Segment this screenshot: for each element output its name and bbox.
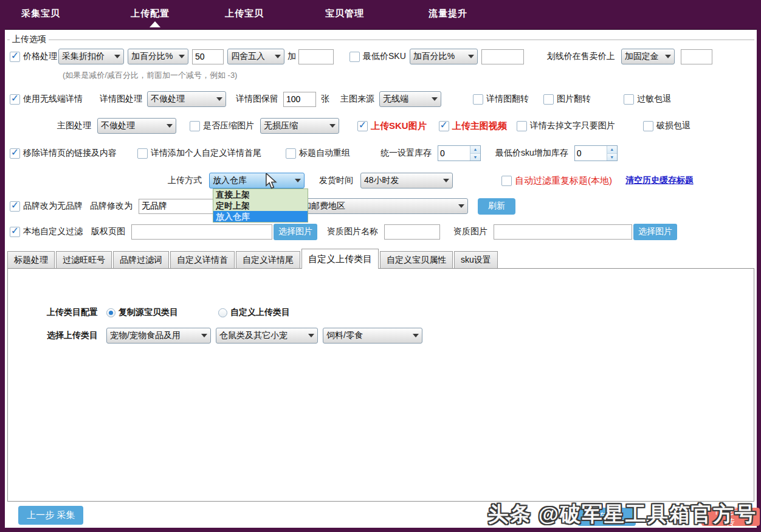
chevron-down-icon [329, 124, 336, 128]
pick-copyright-img-button[interactable]: 选择图片 [274, 224, 317, 240]
title-rebuild-label: 标题自动重组 [299, 148, 350, 159]
stepper-arrows-icon[interactable]: ▲▼ [470, 146, 480, 161]
chevron-down-icon [275, 55, 281, 58]
stock-row: 移除详情页的链接及内容 详情添加个人自定义详情首尾 标题自动重组 统一设置库存 … [10, 145, 753, 162]
hint-row: (如果是减价/减百分比，前面加一个减号，例如 -3) [63, 67, 753, 84]
strike-price-input[interactable] [681, 49, 712, 64]
price-method-dropdown[interactable]: 加百分比% [128, 49, 188, 64]
category-tab-panel: 上传类目配置 复制源宝贝类目 自定义上传类目 选择上传类目 宠物/宠物食品及用 … [7, 268, 754, 502]
lowest-sku-checkbox[interactable] [350, 52, 360, 62]
stock-set-label: 统一设置库存 [380, 148, 432, 159]
option-scheduled-list[interactable]: 定时上架 [213, 200, 308, 211]
custom-detail-label: 详情添加个人自定义详情首尾 [151, 148, 261, 159]
upload-video-checkbox[interactable] [439, 121, 449, 131]
stock-input[interactable] [438, 146, 470, 161]
wireless-detail-checkbox[interactable] [10, 94, 20, 105]
main-content: 上传选项 价格处理 采集折扣价 加百分比% 四舍五入 加 最低价SKU 加百分比… [5, 29, 757, 528]
option-warehouse[interactable]: 放入仓库 [213, 211, 308, 222]
category-config-row: 上传类目配置 复制源宝贝类目 自定义上传类目 [47, 304, 750, 321]
price-handling-label: 价格处理 [23, 51, 57, 62]
upload-mode-popup: 直接上架 定时上架 放入仓库 [213, 188, 308, 223]
detail-keep-input[interactable] [283, 92, 316, 107]
tab-sku-settings[interactable]: sku设置 [454, 251, 498, 269]
tab-custom-detail-tail[interactable]: 自定义详情尾 [236, 251, 300, 269]
price-handling-checkbox[interactable] [10, 52, 20, 62]
sku-stock-stepper[interactable]: ▲▼ [574, 145, 618, 161]
upload-mode-label: 上传方式 [168, 175, 202, 186]
postage-region-dropdown[interactable]: 增加邮费地区 [291, 198, 468, 214]
upload-mode-dropdown[interactable]: 放入仓库 [209, 173, 305, 188]
tab-custom-detail-head[interactable]: 自定义详情首 [170, 251, 235, 269]
chevron-down-icon [114, 55, 120, 58]
tab-brand-filter-words[interactable]: 品牌过滤词 [113, 251, 169, 269]
compress-checkbox[interactable] [190, 121, 200, 131]
detail-flip-checkbox[interactable] [473, 94, 483, 105]
refresh-button[interactable]: 刷新 [478, 198, 515, 215]
nav-upload-items[interactable]: 上传宝贝 [225, 8, 264, 19]
top-navigation-bar: 采集宝贝 上传配置 上传宝贝 宝贝管理 流量提升 [0, 0, 761, 29]
tab-title-process[interactable]: 标题处理 [7, 251, 55, 269]
chevron-down-icon [308, 334, 314, 337]
img-only-checkbox[interactable] [517, 121, 527, 131]
damage-refund-checkbox[interactable] [643, 121, 653, 131]
title-rebuild-checkbox[interactable] [286, 148, 296, 159]
chevron-down-icon [216, 97, 222, 101]
tab-custom-item-attrs[interactable]: 自定义宝贝属性 [380, 251, 453, 269]
remove-links-label: 移除详情页的链接及内容 [23, 148, 117, 159]
price-add-input[interactable] [298, 49, 334, 64]
nav-item-manage[interactable]: 宝贝管理 [325, 8, 364, 19]
remove-links-checkbox[interactable] [10, 148, 20, 159]
custom-upload-category-radio[interactable] [218, 308, 227, 317]
mouse-cursor-icon [265, 173, 280, 189]
detail-keep-label: 详情图保留 [236, 94, 278, 105]
ship-time-dropdown[interactable]: 48小时发 [360, 173, 453, 188]
sku-stock-input[interactable] [575, 146, 607, 161]
add-label: 加 [288, 51, 296, 62]
lowest-sku-method-dropdown[interactable]: 加百分比% [410, 49, 478, 64]
unit-label: 张 [321, 94, 329, 105]
allergy-refund-checkbox[interactable] [624, 94, 634, 105]
tab-custom-upload-category[interactable]: 自定义上传类目 [301, 249, 379, 269]
custom-detail-checkbox[interactable] [137, 148, 148, 159]
watermark-text: 头条 @破军星工具箱官方号 [487, 500, 757, 528]
qual-img-input[interactable] [494, 224, 632, 240]
img-flip-label: 图片翻转 [557, 94, 591, 105]
stock-stepper[interactable]: ▲▼ [438, 145, 481, 161]
nav-upload-config[interactable]: 上传配置 [131, 8, 170, 19]
category-level3-dropdown[interactable]: 饲料/零食 [323, 328, 422, 344]
rounding-dropdown[interactable]: 四舍五入 [227, 49, 284, 64]
price-percent-input[interactable] [192, 49, 224, 64]
img-flip-checkbox[interactable] [543, 94, 554, 105]
category-level2-dropdown[interactable]: 仓鼠类及其它小宠 [216, 328, 318, 344]
upload-sku-img-checkbox[interactable] [357, 121, 368, 131]
allergy-refund-label: 过敏包退 [637, 94, 671, 105]
custom-upload-category-label: 自定义上传类目 [230, 307, 290, 318]
compress-type-dropdown[interactable]: 无损压缩 [260, 118, 339, 134]
strike-price-dropdown[interactable]: 加固定金 [621, 49, 675, 64]
tab-filter-wangwang[interactable]: 过滤旺旺号 [56, 251, 112, 269]
detail-img-process-label: 详情图处理 [100, 94, 142, 105]
nav-traffic-boost[interactable]: 流量提升 [429, 8, 467, 19]
category-level1-dropdown[interactable]: 宠物/宠物食品及用 [106, 328, 211, 344]
copyright-img-input[interactable] [131, 224, 272, 240]
copy-source-category-radio[interactable] [106, 308, 115, 317]
detail-img-process-dropdown[interactable]: 不做处理 [147, 91, 226, 107]
pick-qual-img-button[interactable]: 选择图片 [633, 224, 677, 240]
group-title: 上传选项 [10, 34, 49, 45]
brand-modify-label: 品牌修改为 [90, 201, 133, 212]
price-source-dropdown[interactable]: 采集折扣价 [58, 49, 124, 64]
filter-dup-title-checkbox[interactable] [501, 176, 512, 186]
local-filter-checkbox[interactable] [10, 227, 20, 237]
clear-title-cache-link[interactable]: 清空历史缓存标题 [625, 175, 694, 186]
prev-step-collect-button[interactable]: 上一步 采集 [18, 506, 83, 525]
option-direct-list[interactable]: 直接上架 [213, 189, 308, 200]
chevron-down-icon [201, 334, 207, 337]
no-brand-checkbox[interactable] [10, 201, 20, 212]
quality-image-row: 本地自定义过滤 版权页图 选择图片 资质图片名称 资质图片 选择图片 [10, 223, 753, 240]
stepper-arrows-icon[interactable]: ▲▼ [607, 146, 617, 161]
lowest-sku-value-input[interactable] [481, 49, 524, 64]
main-img-process-dropdown[interactable]: 不做处理 [97, 118, 176, 134]
main-img-source-dropdown[interactable]: 无线端 [379, 91, 441, 107]
nav-collect-items[interactable]: 采集宝贝 [21, 8, 60, 19]
qual-img-name-input[interactable] [384, 224, 440, 240]
